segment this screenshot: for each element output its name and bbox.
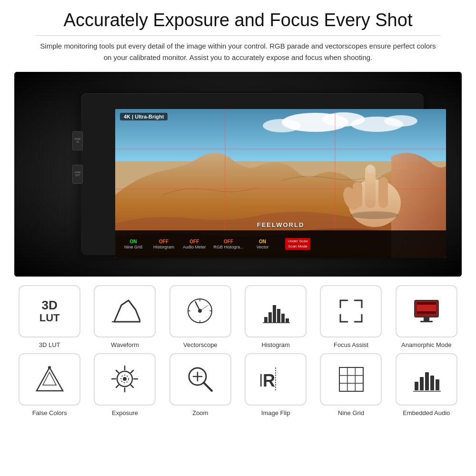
nine-grid-icon <box>336 364 367 395</box>
zoom-icon <box>185 364 216 395</box>
feature-label-focus-assist: Focus Assist <box>334 341 368 348</box>
feature-icon-anamorphic <box>396 285 457 337</box>
svg-line-57 <box>204 383 212 391</box>
exposure-icon <box>109 364 140 395</box>
hdmi-out-port: HDMIOUT <box>72 165 83 184</box>
screen-image: 4K | Ultra-Bright FEELWORLD ON Nine Grid… <box>115 109 446 258</box>
svg-text:R: R <box>263 371 275 390</box>
svg-rect-39 <box>417 302 436 305</box>
hud-rgb-histogram: OFF RGB Histogra... <box>211 238 247 251</box>
feature-zoom: Zoom <box>165 353 236 416</box>
feature-label-anamorphic: Anamorphic Mode <box>401 341 452 348</box>
svg-line-50 <box>116 370 119 373</box>
feature-icon-3d-lut: 3D LUT <box>19 285 80 337</box>
feature-image-flip: R R Image Flip <box>240 353 311 416</box>
svg-rect-31 <box>281 314 285 323</box>
hud-histogram: OFF Historgram <box>149 238 178 251</box>
hud-vector: ON Vector <box>248 238 277 251</box>
focus-assist-icon <box>336 296 367 327</box>
feature-label-image-flip: Image Flip <box>261 409 290 416</box>
feature-icon-histogram <box>245 285 307 337</box>
svg-marker-17 <box>114 300 140 322</box>
feature-icon-exposure <box>94 353 156 406</box>
page-subtitle: Simple monitoring tools put every detail… <box>36 35 440 63</box>
svg-rect-28 <box>268 312 272 323</box>
svg-rect-69 <box>420 377 424 390</box>
feature-label-histogram: Histogram <box>262 341 290 348</box>
svg-point-4 <box>384 115 417 127</box>
false-colors-icon <box>34 364 65 395</box>
svg-point-5 <box>263 119 301 132</box>
feature-waveform: Waveform <box>89 285 160 348</box>
svg-point-55 <box>123 377 127 381</box>
feature-label-false-colors: False Colors <box>32 409 67 416</box>
embedded-audio-icon <box>411 364 442 395</box>
svg-rect-40 <box>417 311 436 314</box>
monitor-body: 4K | Ultra-Bright FEELWORLD ON Nine Grid… <box>81 93 424 255</box>
feature-histogram: Histogram <box>240 285 311 348</box>
feature-label-vectorscope: Vectorscope <box>183 341 218 348</box>
svg-rect-27 <box>264 317 268 323</box>
svg-text:R: R <box>260 371 263 390</box>
svg-marker-42 <box>43 372 56 385</box>
svg-line-53 <box>116 385 119 387</box>
svg-point-22 <box>198 309 202 313</box>
hdmi-in-port: HDMIIN <box>72 131 83 150</box>
feature-icon-zoom <box>169 353 231 406</box>
page-title: Accurately Exposure and Focus Every Shot <box>64 10 413 31</box>
svg-line-51 <box>131 385 133 387</box>
svg-line-52 <box>131 370 133 373</box>
port-area: HDMIIN HDMIOUT <box>72 131 83 184</box>
histogram-icon <box>260 296 291 327</box>
monitor-device: 4K | Ultra-Bright FEELWORLD ON Nine Grid… <box>52 84 424 265</box>
feature-icon-vectorscope <box>169 285 231 337</box>
feature-label-zoom: Zoom <box>192 409 208 416</box>
feature-label-exposure: Exposure <box>112 409 138 416</box>
svg-rect-36 <box>424 317 429 321</box>
feature-label-3d-lut: 3D LUT <box>39 341 60 348</box>
feature-vectorscope: Vectorscope <box>165 285 236 348</box>
feature-3d-lut: 3D LUT 3D LUT <box>14 285 85 348</box>
svg-rect-71 <box>430 376 434 390</box>
feature-exposure: Exposure <box>89 353 160 416</box>
hud-audio-meter: OFF Audio Meter <box>180 238 209 251</box>
svg-point-43 <box>48 366 51 369</box>
hud-scan-mode: Under ScanScan Mode <box>279 237 317 251</box>
feature-false-colors: False Colors <box>14 353 85 416</box>
feature-icon-nine-grid <box>320 353 382 406</box>
hud-nine-grid: ON Nine Grid <box>119 238 148 251</box>
feature-icon-focus-assist <box>320 285 382 337</box>
svg-marker-41 <box>37 367 63 391</box>
feature-label-nine-grid: Nine Grid <box>338 409 364 416</box>
feature-icon-false-colors <box>19 353 80 406</box>
svg-rect-63 <box>339 367 363 391</box>
screen-hud: ON Nine Grid OFF Historgram OFF Audio Me… <box>115 230 446 258</box>
resolution-badge: 4K | Ultra-Bright <box>120 113 168 120</box>
feature-anamorphic-mode: Anamorphic Mode <box>391 285 462 348</box>
feature-focus-assist: Focus Assist <box>316 285 386 348</box>
waveform-icon <box>109 296 140 327</box>
svg-rect-68 <box>415 382 418 390</box>
image-flip-icon: R R <box>260 364 291 395</box>
feature-embedded-audio: Embedded Audio <box>391 353 462 416</box>
feature-icon-image-flip: R R <box>245 353 307 406</box>
svg-rect-72 <box>436 379 439 390</box>
svg-rect-29 <box>273 305 276 323</box>
feature-nine-grid: Nine Grid <box>316 353 386 416</box>
feature-label-embedded-audio: Embedded Audio <box>403 409 450 416</box>
svg-rect-32 <box>286 318 289 323</box>
feature-icon-embedded-audio <box>396 353 457 406</box>
brand-text: FEELWORLD <box>257 221 305 228</box>
svg-rect-30 <box>277 309 280 323</box>
monitor-section: 4K | Ultra-Bright FEELWORLD ON Nine Grid… <box>14 72 462 277</box>
svg-rect-70 <box>425 372 429 390</box>
monitor-screen: 4K | Ultra-Bright FEELWORLD ON Nine Grid… <box>115 109 446 258</box>
svg-rect-37 <box>420 321 433 322</box>
vectorscope-icon <box>185 296 216 327</box>
anamorphic-icon <box>411 296 442 327</box>
feature-label-waveform: Waveform <box>111 341 139 348</box>
feature-icon-waveform <box>94 285 156 337</box>
features-grid: 3D LUT 3D LUT Waveform <box>14 285 462 416</box>
